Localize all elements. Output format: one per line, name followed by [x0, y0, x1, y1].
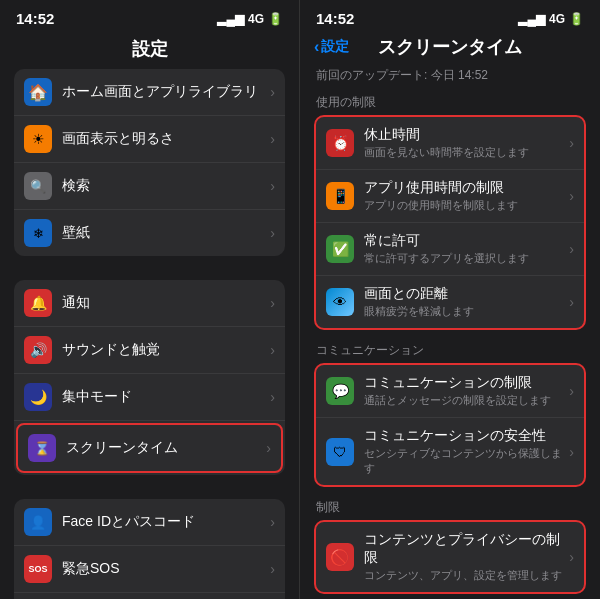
last-update: 前回のアップデート: 今日 14:52 [300, 63, 600, 86]
settings-item-contentprivacy[interactable]: 🚫 コンテンツとプライバシーの制限 コンテンツ、アプリ、設定を管理します › [316, 522, 584, 592]
settings-item-faceid[interactable]: 👤 Face IDとパスコード › [14, 499, 285, 546]
sound-icon: 🔊 [24, 336, 52, 364]
chevron-downtime: › [569, 135, 574, 151]
network-right: 4G [549, 12, 565, 26]
settings-item-comsafety[interactable]: 🛡 コミュニケーションの安全性 センシティブなコンテンツから保護します › [316, 418, 584, 485]
search-label: 検索 [62, 177, 266, 195]
contentprivacy-icon: 🚫 [326, 543, 354, 571]
search-text: 検索 [62, 177, 266, 195]
settings-item-privacy[interactable]: ✋ プライバシーとセキュリティ › [14, 593, 285, 599]
chevron-focus: › [270, 389, 275, 405]
chevron-home: › [270, 84, 275, 100]
status-icons-left: ▂▄▆ 4G 🔋 [217, 12, 283, 26]
back-chevron-icon: ‹ [314, 39, 319, 55]
alwaysallow-sub: 常に許可するアプリを選択します [364, 251, 565, 266]
settings-item-downtime[interactable]: ⏰ 休止時間 画面を見ない時間帯を設定します › [316, 117, 584, 170]
alwaysallow-icon: ✅ [326, 235, 354, 263]
comlimit-sub: 通話とメッセージの制限を設定します [364, 393, 565, 408]
home-text: ホーム画面とアプリライブラリ [62, 83, 266, 101]
display-text: 画面表示と明るさ [62, 130, 266, 148]
settings-item-screendist[interactable]: 👁 画面との距離 眼精疲労を軽減します › [316, 276, 584, 328]
section-header-restrict: 制限 [300, 491, 600, 520]
comsafety-label: コミュニケーションの安全性 [364, 427, 565, 445]
alwaysallow-text: 常に許可 常に許可するアプリを選択します [364, 232, 565, 266]
page-title-right: スクリーンタイム [378, 35, 522, 59]
focus-icon: 🌙 [24, 383, 52, 411]
applimit-text: アプリ使用時間の制限 アプリの使用時間を制限します [364, 179, 565, 213]
alwaysallow-label: 常に許可 [364, 232, 565, 250]
comlimit-icon: 💬 [326, 377, 354, 405]
sos-label: 緊急SOS [62, 560, 266, 578]
network-left: 4G [248, 12, 264, 26]
time-left: 14:52 [16, 10, 54, 27]
applimit-sub: アプリの使用時間を制限します [364, 198, 565, 213]
comlimit-label: コミュニケーションの制限 [364, 374, 565, 392]
back-button[interactable]: ‹ 設定 [314, 38, 349, 56]
screendist-icon: 👁 [326, 288, 354, 316]
focus-text: 集中モード [62, 388, 266, 406]
chevron-notification: › [270, 295, 275, 311]
downtime-sub: 画面を見ない時間帯を設定します [364, 145, 565, 160]
settings-item-display[interactable]: ☀ 画面表示と明るさ › [14, 116, 285, 163]
faceid-label: Face IDとパスコード [62, 513, 266, 531]
settings-panel: 14:52 ▂▄▆ 4G 🔋 設定 🏠 ホーム画面とアプリライブラリ › ☀ 画… [0, 0, 300, 599]
chevron-screentime: › [266, 440, 271, 456]
contentprivacy-label: コンテンツとプライバシーの制限 [364, 531, 565, 567]
downtime-text: 休止時間 画面を見ない時間帯を設定します [364, 126, 565, 160]
settings-group-3: 👤 Face IDとパスコード › SOS 緊急SOS › ✋ プライバシーとセ… [14, 499, 285, 599]
contentprivacy-sub: コンテンツ、アプリ、設定を管理します [364, 568, 565, 583]
screentime-text: スクリーンタイム [66, 439, 262, 457]
screendist-text: 画面との距離 眼精疲労を軽減します [364, 285, 565, 319]
screendist-sub: 眼精疲労を軽減します [364, 304, 565, 319]
screentime-panel: 14:52 ▂▄▆ 4G 🔋 ‹ 設定 スクリーンタイム 前回のアップデート: … [300, 0, 600, 599]
section-header-usage: 使用の制限 [300, 86, 600, 115]
comlimit-text: コミュニケーションの制限 通話とメッセージの制限を設定します [364, 374, 565, 408]
faceid-icon: 👤 [24, 508, 52, 536]
display-icon: ☀ [24, 125, 52, 153]
settings-item-home[interactable]: 🏠 ホーム画面とアプリライブラリ › [14, 69, 285, 116]
chevron-faceid: › [270, 514, 275, 530]
home-icon: 🏠 [24, 78, 52, 106]
display-label: 画面表示と明るさ [62, 130, 266, 148]
section-header-communication: コミュニケーション [300, 334, 600, 363]
screentime-label: スクリーンタイム [66, 439, 262, 457]
applimit-icon: 📱 [326, 182, 354, 210]
notification-icon: 🔔 [24, 289, 52, 317]
comsafety-text: コミュニケーションの安全性 センシティブなコンテンツから保護します [364, 427, 565, 476]
settings-item-focus[interactable]: 🌙 集中モード › [14, 374, 285, 421]
chevron-wallpaper: › [270, 225, 275, 241]
restrict-group: 🚫 コンテンツとプライバシーの制限 コンテンツ、アプリ、設定を管理します › [314, 520, 586, 594]
wallpaper-icon: ❄ [24, 219, 52, 247]
wallpaper-label: 壁紙 [62, 224, 266, 242]
chevron-contentprivacy: › [569, 549, 574, 565]
chevron-screendist: › [569, 294, 574, 310]
screendist-label: 画面との距離 [364, 285, 565, 303]
search-icon: 🔍 [24, 172, 52, 200]
settings-item-sos[interactable]: SOS 緊急SOS › [14, 546, 285, 593]
chevron-sos: › [270, 561, 275, 577]
settings-item-applimit[interactable]: 📱 アプリ使用時間の制限 アプリの使用時間を制限します › [316, 170, 584, 223]
notification-label: 通知 [62, 294, 266, 312]
status-bar-right: 14:52 ▂▄▆ 4G 🔋 [300, 0, 600, 31]
chevron-comsafety: › [569, 444, 574, 460]
settings-item-wallpaper[interactable]: ❄ 壁紙 › [14, 210, 285, 256]
page-title-left: 設定 [0, 31, 299, 69]
status-bar-left: 14:52 ▂▄▆ 4G 🔋 [0, 0, 299, 31]
chevron-applimit: › [569, 188, 574, 204]
settings-group-1: 🏠 ホーム画面とアプリライブラリ › ☀ 画面表示と明るさ › 🔍 検索 › [14, 69, 285, 256]
chevron-alwaysallow: › [569, 241, 574, 257]
applimit-label: アプリ使用時間の制限 [364, 179, 565, 197]
chevron-display: › [270, 131, 275, 147]
settings-item-alwaysallow[interactable]: ✅ 常に許可 常に許可するアプリを選択します › [316, 223, 584, 276]
sos-icon: SOS [24, 555, 52, 583]
chevron-search: › [270, 178, 275, 194]
focus-label: 集中モード [62, 388, 266, 406]
home-label: ホーム画面とアプリライブラリ [62, 83, 266, 101]
settings-item-screentime[interactable]: ⌛ スクリーンタイム › [16, 423, 283, 473]
settings-item-search[interactable]: 🔍 検索 › [14, 163, 285, 210]
settings-item-comlimit[interactable]: 💬 コミュニケーションの制限 通話とメッセージの制限を設定します › [316, 365, 584, 418]
settings-item-sound[interactable]: 🔊 サウンドと触覚 › [14, 327, 285, 374]
settings-item-notification[interactable]: 🔔 通知 › [14, 280, 285, 327]
comsafety-icon: 🛡 [326, 438, 354, 466]
chevron-sound: › [270, 342, 275, 358]
